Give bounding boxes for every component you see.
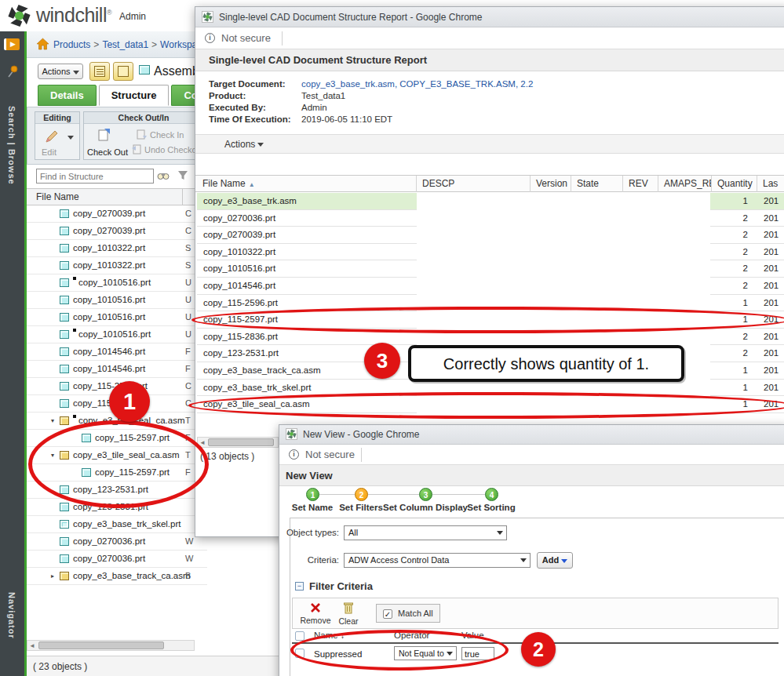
tree-row[interactable]: copy_0270039.prtC xyxy=(27,205,207,223)
table-row[interactable]: copy_0270039.prt2201 xyxy=(195,227,784,244)
column-header-amaps-rev[interactable]: AMAPS_REV xyxy=(658,176,712,192)
annotation-badge-1: 1 xyxy=(109,381,150,422)
info-icon[interactable]: i xyxy=(205,33,215,43)
table-row[interactable]: copy_0270036.prt2201 xyxy=(195,210,784,227)
table-row[interactable]: copy_e3_base_trk.asm1201 xyxy=(195,193,784,210)
edit-pencil-icon[interactable] xyxy=(43,129,59,145)
column-header-state[interactable]: State xyxy=(571,176,623,192)
binoculars-icon[interactable] xyxy=(157,171,170,180)
column-header-file-name[interactable]: File Name▲ xyxy=(197,176,417,192)
scroll-thumb[interactable] xyxy=(208,438,274,446)
report-field-label: Target Document: xyxy=(209,79,301,89)
column-header-quantity[interactable]: Quantity xyxy=(712,176,757,192)
table-row[interactable]: copy_1014546.prt2201 xyxy=(195,278,784,295)
newview-addressbar[interactable]: i Not secure xyxy=(279,445,784,465)
report-field-value[interactable]: copy_e3_base_trk.asm, COPY_E3_BASE_TRK.A… xyxy=(301,79,533,89)
tree-expand-icon[interactable]: ▾ xyxy=(51,417,54,424)
expand-navigator-icon[interactable]: ▶ xyxy=(4,38,20,50)
select-all-checkbox[interactable] xyxy=(295,631,304,641)
breadcrumb-separator: > xyxy=(151,39,157,50)
report-field: Target Document:copy_e3_base_trk.asm, CO… xyxy=(209,79,533,91)
check-out-icon[interactable] xyxy=(97,128,111,142)
tree-row[interactable]: copy_0270039.prtC xyxy=(27,223,207,240)
tree-row[interactable]: copy_0270036.prtW xyxy=(27,533,207,551)
tree-horizontal-scrollbar[interactable]: ◄ xyxy=(27,640,195,651)
breadcrumb-link-products[interactable]: Products xyxy=(53,39,90,50)
report-last-modified: 201 xyxy=(757,260,784,278)
sidebar-navigator[interactable]: Navigator xyxy=(7,592,16,639)
report-titlebar[interactable]: Single-level CAD Document Structure Repo… xyxy=(195,7,784,27)
wizard-step-1[interactable]: 1 xyxy=(306,488,319,501)
info-icon[interactable]: i xyxy=(289,449,299,460)
tree-header[interactable]: File Name xyxy=(27,188,207,205)
breadcrumb-link-test_data1[interactable]: Test_data1 xyxy=(102,39,148,50)
structure-view-icon[interactable] xyxy=(113,62,133,81)
filter-funnel-icon[interactable] xyxy=(177,170,188,180)
wizard-step-label: Set Column Display xyxy=(383,503,468,512)
sidebar-search-browse[interactable]: Search | Browse xyxy=(7,106,16,185)
add-criteria-button[interactable]: Add xyxy=(537,552,573,569)
wizard-step-4[interactable]: 4 xyxy=(485,488,498,501)
column-header-descp[interactable]: DESCP xyxy=(417,176,531,192)
report-quantity: 1 xyxy=(710,362,757,380)
clear-button[interactable]: Clear xyxy=(334,601,363,614)
part-icon xyxy=(60,227,69,235)
match-all-checkbox[interactable]: ✓ xyxy=(383,609,392,619)
tree-row[interactable]: copy_1010322.prtS xyxy=(27,240,207,257)
criteria-select[interactable]: ADW Access Control Data xyxy=(344,553,531,568)
tab-details[interactable]: Details xyxy=(38,85,97,106)
report-table-header[interactable]: File Name▲DESCPVersionStateREVAMAPS_REVQ… xyxy=(195,175,784,192)
search-pin-icon[interactable] xyxy=(5,64,18,78)
collapse-section-icon[interactable]: − xyxy=(295,582,304,591)
check-out-label[interactable]: Check Out xyxy=(87,147,128,157)
breadcrumb-separator: > xyxy=(93,39,99,50)
edit-label: Edit xyxy=(42,147,57,157)
tab-structure[interactable]: Structure xyxy=(99,85,170,106)
tree-row[interactable]: ▸copy_e3_base_track_ca.asmB xyxy=(27,568,207,585)
report-actions-menu[interactable]: Actions xyxy=(224,139,264,150)
column-header-las[interactable]: Las xyxy=(757,176,784,192)
tree-row[interactable]: copy_0270036.prtW xyxy=(27,551,207,568)
match-all-toggle[interactable]: ✓ Match All xyxy=(376,604,440,623)
annotation-oval-row-2597 xyxy=(191,307,784,333)
newview-window-title: New View - Google Chrome xyxy=(303,429,420,440)
report-field-label: Product: xyxy=(209,91,301,100)
tree-row[interactable]: copy_1014546.prtF xyxy=(27,361,207,378)
breadcrumb: Products>Test_data1>Workspac xyxy=(53,39,202,50)
report-addressbar[interactable]: i Not secure xyxy=(195,27,784,49)
annotation-callout: Correctly shows quantity of 1. xyxy=(408,345,684,382)
remove-button[interactable]: Remove xyxy=(296,601,335,613)
column-header-version[interactable]: Version xyxy=(531,176,571,192)
tree-row[interactable]: copy_1014546.prtF xyxy=(27,343,207,361)
report-horizontal-scrollbar[interactable]: ◄ xyxy=(197,437,279,448)
table-row[interactable]: copy_1010516.prt2201 xyxy=(195,260,784,278)
home-icon[interactable] xyxy=(36,38,49,50)
chevron-down-icon xyxy=(561,559,567,563)
tree-item-name: copy_1014546.prt xyxy=(73,364,145,373)
table-row[interactable]: copy_1010322.prt2201 xyxy=(195,244,784,261)
tree-row[interactable]: copy_1010322.prtS xyxy=(27,257,207,274)
tree-row[interactable]: copy_e3_base_trk_skel.prt xyxy=(27,516,207,533)
tree-row[interactable]: copy_1010516.prtU xyxy=(27,309,207,326)
instance-marker-icon xyxy=(73,277,76,280)
tree-row[interactable]: copy_1010516.prtU xyxy=(27,274,207,292)
scroll-left-icon[interactable]: ◄ xyxy=(29,642,35,649)
scroll-thumb[interactable] xyxy=(38,641,164,649)
save-structure-icon[interactable] xyxy=(89,62,110,81)
column-header-rev[interactable]: REV xyxy=(623,176,658,192)
object-types-select[interactable]: All xyxy=(344,525,507,540)
editing-group-label: Editing xyxy=(35,112,79,124)
tree-col2-fragment: S xyxy=(185,260,191,270)
check-in-icon xyxy=(136,129,148,140)
annotation-oval-tree xyxy=(28,420,209,508)
trash-icon xyxy=(343,601,354,614)
tree-expand-icon[interactable]: ▸ xyxy=(51,572,54,580)
find-in-structure-input[interactable] xyxy=(36,169,154,184)
tree-row[interactable]: copy_1010516.prtU xyxy=(27,292,207,309)
tree-row[interactable]: copy_1010516.prtU xyxy=(27,326,207,343)
wizard-step-2[interactable]: 2 xyxy=(355,488,368,501)
actions-menu-button[interactable]: Actions xyxy=(38,64,83,79)
wizard-step-3[interactable]: 3 xyxy=(419,488,432,501)
newview-titlebar[interactable]: New View - Google Chrome xyxy=(279,425,784,445)
edit-dropdown-icon[interactable] xyxy=(67,136,74,140)
